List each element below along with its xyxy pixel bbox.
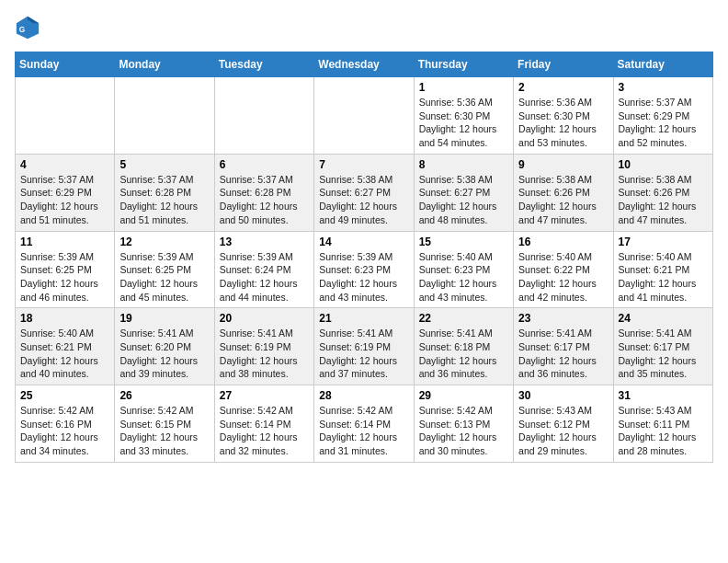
- day-number: 16: [518, 236, 608, 248]
- calendar-cell: 27Sunrise: 5:42 AM Sunset: 6:14 PM Dayli…: [214, 385, 313, 463]
- day-number: 5: [119, 158, 209, 171]
- cell-content: Sunrise: 5:43 AM Sunset: 6:12 PM Dayligh…: [518, 404, 608, 458]
- day-number: 19: [119, 312, 209, 325]
- header-day: Friday: [514, 52, 613, 77]
- logo-icon: G: [15, 15, 40, 40]
- calendar-cell: 25Sunrise: 5:42 AM Sunset: 6:16 PM Dayli…: [16, 385, 115, 463]
- day-number: 24: [619, 312, 708, 325]
- cell-content: Sunrise: 5:37 AM Sunset: 6:28 PM Dayligh…: [220, 173, 309, 227]
- cell-content: Sunrise: 5:39 AM Sunset: 6:24 PM Dayligh…: [220, 250, 309, 304]
- calendar-cell: 9Sunrise: 5:38 AM Sunset: 6:26 PM Daylig…: [514, 154, 613, 231]
- cell-content: Sunrise: 5:42 AM Sunset: 6:16 PM Dayligh…: [20, 404, 109, 458]
- calendar-cell: 26Sunrise: 5:42 AM Sunset: 6:15 PM Dayli…: [115, 385, 214, 463]
- day-number: 18: [20, 312, 109, 325]
- calendar-cell: 1Sunrise: 5:36 AM Sunset: 6:30 PM Daylig…: [414, 77, 513, 155]
- cell-content: Sunrise: 5:40 AM Sunset: 6:21 PM Dayligh…: [20, 327, 109, 381]
- day-number: 7: [319, 158, 408, 171]
- day-number: 12: [119, 236, 209, 248]
- day-number: 10: [619, 158, 708, 171]
- day-number: 20: [220, 312, 309, 325]
- day-number: 29: [419, 389, 508, 402]
- calendar-cell: 17Sunrise: 5:40 AM Sunset: 6:21 PM Dayli…: [613, 231, 712, 308]
- calendar-cell: 23Sunrise: 5:41 AM Sunset: 6:17 PM Dayli…: [514, 308, 613, 385]
- calendar-table: SundayMondayTuesdayWednesdayThursdayFrid…: [15, 52, 713, 463]
- calendar-cell: [214, 77, 313, 155]
- day-number: 13: [220, 236, 309, 248]
- cell-content: Sunrise: 5:40 AM Sunset: 6:23 PM Dayligh…: [419, 250, 508, 304]
- day-number: 30: [518, 389, 608, 402]
- day-number: 25: [20, 389, 109, 402]
- svg-text:G: G: [19, 25, 26, 34]
- day-number: 2: [518, 81, 608, 94]
- header-day: Sunday: [16, 52, 115, 77]
- calendar-cell: 21Sunrise: 5:41 AM Sunset: 6:19 PM Dayli…: [314, 308, 414, 385]
- day-number: 14: [319, 236, 408, 248]
- cell-content: Sunrise: 5:42 AM Sunset: 6:14 PM Dayligh…: [319, 404, 408, 458]
- header-day: Tuesday: [214, 52, 313, 77]
- cell-content: Sunrise: 5:36 AM Sunset: 6:30 PM Dayligh…: [419, 96, 508, 150]
- calendar-cell: 24Sunrise: 5:41 AM Sunset: 6:17 PM Dayli…: [613, 308, 712, 385]
- calendar-row: 25Sunrise: 5:42 AM Sunset: 6:16 PM Dayli…: [16, 385, 713, 463]
- calendar-cell: [16, 77, 115, 155]
- calendar-cell: [115, 77, 214, 155]
- cell-content: Sunrise: 5:38 AM Sunset: 6:26 PM Dayligh…: [619, 173, 708, 227]
- calendar-cell: 7Sunrise: 5:38 AM Sunset: 6:27 PM Daylig…: [314, 154, 414, 231]
- cell-content: Sunrise: 5:41 AM Sunset: 6:18 PM Dayligh…: [419, 327, 508, 381]
- cell-content: Sunrise: 5:41 AM Sunset: 6:17 PM Dayligh…: [619, 327, 708, 381]
- page-header: G: [15, 15, 713, 40]
- cell-content: Sunrise: 5:39 AM Sunset: 6:25 PM Dayligh…: [20, 250, 109, 304]
- calendar-cell: 19Sunrise: 5:41 AM Sunset: 6:20 PM Dayli…: [115, 308, 214, 385]
- calendar-cell: 8Sunrise: 5:38 AM Sunset: 6:27 PM Daylig…: [414, 154, 513, 231]
- cell-content: Sunrise: 5:37 AM Sunset: 6:28 PM Dayligh…: [119, 173, 209, 227]
- cell-content: Sunrise: 5:41 AM Sunset: 6:17 PM Dayligh…: [518, 327, 608, 381]
- cell-content: Sunrise: 5:36 AM Sunset: 6:30 PM Dayligh…: [518, 96, 608, 150]
- day-number: 27: [220, 389, 309, 402]
- day-number: 28: [319, 389, 408, 402]
- calendar-cell: 12Sunrise: 5:39 AM Sunset: 6:25 PM Dayli…: [115, 231, 214, 308]
- calendar-row: 1Sunrise: 5:36 AM Sunset: 6:30 PM Daylig…: [16, 77, 713, 155]
- calendar-cell: [314, 77, 414, 155]
- calendar-header: SundayMondayTuesdayWednesdayThursdayFrid…: [16, 52, 713, 77]
- header-day: Monday: [115, 52, 214, 77]
- day-number: 23: [518, 312, 608, 325]
- calendar-cell: 15Sunrise: 5:40 AM Sunset: 6:23 PM Dayli…: [414, 231, 513, 308]
- calendar-cell: 16Sunrise: 5:40 AM Sunset: 6:22 PM Dayli…: [514, 231, 613, 308]
- calendar-cell: 31Sunrise: 5:43 AM Sunset: 6:11 PM Dayli…: [613, 385, 712, 463]
- calendar-cell: 30Sunrise: 5:43 AM Sunset: 6:12 PM Dayli…: [514, 385, 613, 463]
- cell-content: Sunrise: 5:41 AM Sunset: 6:19 PM Dayligh…: [319, 327, 408, 381]
- cell-content: Sunrise: 5:38 AM Sunset: 6:26 PM Dayligh…: [518, 173, 608, 227]
- day-number: 3: [619, 81, 708, 94]
- cell-content: Sunrise: 5:37 AM Sunset: 6:29 PM Dayligh…: [619, 96, 708, 150]
- day-number: 15: [419, 236, 508, 248]
- day-number: 26: [119, 389, 209, 402]
- day-number: 22: [419, 312, 508, 325]
- cell-content: Sunrise: 5:39 AM Sunset: 6:23 PM Dayligh…: [319, 250, 408, 304]
- calendar-cell: 20Sunrise: 5:41 AM Sunset: 6:19 PM Dayli…: [214, 308, 313, 385]
- cell-content: Sunrise: 5:42 AM Sunset: 6:13 PM Dayligh…: [419, 404, 508, 458]
- cell-content: Sunrise: 5:37 AM Sunset: 6:29 PM Dayligh…: [20, 173, 109, 227]
- calendar-row: 18Sunrise: 5:40 AM Sunset: 6:21 PM Dayli…: [16, 308, 713, 385]
- calendar-body: 1Sunrise: 5:36 AM Sunset: 6:30 PM Daylig…: [16, 77, 713, 463]
- header-row: SundayMondayTuesdayWednesdayThursdayFrid…: [16, 52, 713, 77]
- calendar-cell: 18Sunrise: 5:40 AM Sunset: 6:21 PM Dayli…: [16, 308, 115, 385]
- calendar-cell: 29Sunrise: 5:42 AM Sunset: 6:13 PM Dayli…: [414, 385, 513, 463]
- day-number: 8: [419, 158, 508, 171]
- calendar-cell: 4Sunrise: 5:37 AM Sunset: 6:29 PM Daylig…: [16, 154, 115, 231]
- cell-content: Sunrise: 5:40 AM Sunset: 6:22 PM Dayligh…: [518, 250, 608, 304]
- logo: G: [15, 15, 44, 40]
- cell-content: Sunrise: 5:42 AM Sunset: 6:15 PM Dayligh…: [119, 404, 209, 458]
- calendar-cell: 11Sunrise: 5:39 AM Sunset: 6:25 PM Dayli…: [16, 231, 115, 308]
- header-day: Wednesday: [314, 52, 414, 77]
- day-number: 31: [619, 389, 708, 402]
- calendar-cell: 13Sunrise: 5:39 AM Sunset: 6:24 PM Dayli…: [214, 231, 313, 308]
- calendar-cell: 22Sunrise: 5:41 AM Sunset: 6:18 PM Dayli…: [414, 308, 513, 385]
- day-number: 9: [518, 158, 608, 171]
- day-number: 1: [419, 81, 508, 94]
- calendar-cell: 28Sunrise: 5:42 AM Sunset: 6:14 PM Dayli…: [314, 385, 414, 463]
- calendar-row: 11Sunrise: 5:39 AM Sunset: 6:25 PM Dayli…: [16, 231, 713, 308]
- cell-content: Sunrise: 5:42 AM Sunset: 6:14 PM Dayligh…: [220, 404, 309, 458]
- day-number: 4: [20, 158, 109, 171]
- day-number: 6: [220, 158, 309, 171]
- cell-content: Sunrise: 5:41 AM Sunset: 6:19 PM Dayligh…: [220, 327, 309, 381]
- calendar-cell: 14Sunrise: 5:39 AM Sunset: 6:23 PM Dayli…: [314, 231, 414, 308]
